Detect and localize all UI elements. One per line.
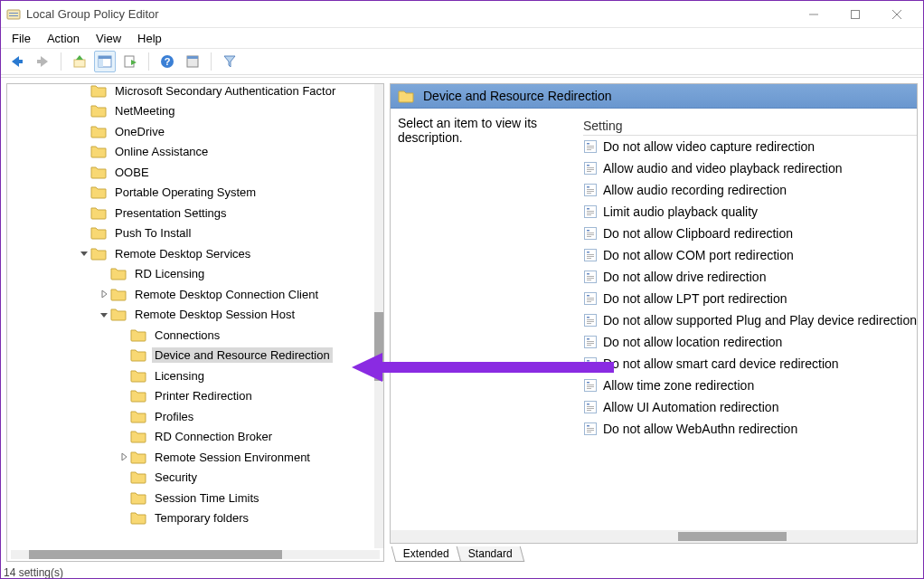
tree-item[interactable]: OneDrive	[7, 121, 374, 142]
svg-rect-85	[587, 386, 594, 387]
menu-view[interactable]: View	[96, 32, 121, 45]
minimize-button[interactable]	[793, 2, 834, 27]
show-hide-tree-button[interactable]	[94, 51, 116, 72]
setting-item[interactable]: Do not allow location redirection	[583, 331, 917, 353]
policy-tree[interactable]: Microsoft Secondary Authentication Facto…	[7, 83, 374, 548]
svg-rect-4	[852, 10, 860, 18]
tree-item[interactable]: Device and Resource Redirection	[7, 346, 374, 366]
svg-rect-28	[587, 143, 589, 145]
tree-item-label: Session Time Limits	[152, 490, 262, 506]
svg-rect-64	[587, 298, 594, 299]
setting-label: Do not allow drive redirection	[603, 270, 767, 284]
svg-rect-30	[587, 147, 594, 148]
tree-item[interactable]: RD Connection Broker	[7, 427, 374, 448]
svg-marker-26	[122, 453, 127, 460]
menu-bar: File Action View Help	[1, 28, 923, 48]
tree-item[interactable]: Online Assistance	[7, 142, 374, 163]
details-hscrollbar[interactable]	[391, 530, 917, 543]
scroll-thumb[interactable]	[374, 312, 383, 381]
tab-standard[interactable]: Standard	[456, 546, 523, 562]
svg-rect-41	[587, 193, 591, 194]
svg-rect-70	[587, 321, 594, 322]
setting-item[interactable]: Do not allow smart card device redirecti…	[583, 353, 917, 375]
tree-item[interactable]: Microsoft Secondary Authentication Facto…	[7, 83, 374, 101]
tree-item[interactable]: Presentation Settings	[7, 203, 374, 223]
svg-rect-68	[587, 317, 589, 318]
tree-item[interactable]: Security	[7, 468, 374, 489]
tree-item[interactable]: NetMeeting	[7, 101, 374, 122]
tree-item[interactable]: Portable Operating System	[7, 183, 374, 204]
setting-label: Do not allow video capture redirection	[603, 139, 815, 154]
svg-rect-39	[587, 189, 594, 190]
view-tabs: Extended Standard	[390, 544, 918, 562]
tree-item[interactable]: Remote Desktop Connection Client	[7, 284, 374, 305]
menu-file[interactable]: File	[12, 32, 31, 45]
tree-item[interactable]: OOBE	[7, 162, 374, 183]
setting-item[interactable]: Do not allow LPT port redirection	[583, 288, 917, 309]
svg-rect-15	[99, 56, 111, 59]
setting-label: Allow time zone redirection	[603, 378, 754, 393]
scroll-thumb[interactable]	[29, 550, 282, 559]
svg-rect-79	[587, 363, 594, 364]
menu-action[interactable]: Action	[47, 32, 80, 45]
setting-item[interactable]: Allow UI Automation redirection	[583, 396, 917, 418]
menu-help[interactable]: Help	[137, 32, 162, 45]
setting-label: Do not allow COM port redirection	[603, 248, 794, 262]
setting-item[interactable]: Do not allow COM port redirection	[583, 244, 917, 266]
setting-label: Do not allow Clipboard redirection	[603, 226, 793, 241]
status-bar: 14 setting(s)	[2, 566, 63, 578]
description-text: Select an item to view its description.	[398, 116, 583, 530]
toolbar-divider	[148, 52, 149, 71]
setting-label: Allow audio and video playback redirecti…	[603, 161, 843, 176]
back-button[interactable]	[6, 51, 28, 72]
up-button[interactable]	[69, 51, 90, 72]
maximize-button[interactable]	[834, 2, 876, 27]
svg-rect-8	[18, 60, 23, 63]
svg-rect-75	[587, 343, 594, 344]
tree-item[interactable]: Profiles	[7, 406, 374, 427]
tree-item-label: Presentation Settings	[112, 205, 230, 221]
setting-item[interactable]: Allow audio recording redirection	[583, 179, 917, 201]
tree-item-label: Licensing	[152, 368, 207, 384]
settings-header[interactable]: Setting	[583, 116, 917, 136]
properties-button[interactable]	[182, 51, 203, 72]
tree-item-label: Remote Desktop Services	[112, 246, 253, 261]
tree-item[interactable]: Printer Redirection	[7, 386, 374, 407]
tree-item[interactable]: Push To Install	[7, 223, 374, 244]
close-button[interactable]	[876, 2, 918, 27]
setting-item[interactable]: Do not allow supported Plug and Play dev…	[583, 309, 917, 331]
tree-item[interactable]: Connections	[7, 325, 374, 346]
tree-item[interactable]: Remote Desktop Services	[7, 243, 374, 264]
tree-item-label: NetMeeting	[112, 103, 177, 119]
setting-item[interactable]: Allow audio and video playback redirecti…	[583, 157, 917, 179]
svg-rect-60	[587, 278, 594, 279]
setting-item[interactable]: Do not allow drive redirection	[583, 266, 917, 288]
details-header: Device and Resource Redirection	[391, 84, 917, 109]
tree-item[interactable]: Licensing	[7, 365, 374, 386]
tree-vscrollbar[interactable]	[374, 84, 383, 548]
svg-rect-2	[9, 15, 18, 16]
tree-item[interactable]: Temporary folders	[7, 508, 374, 529]
scroll-thumb[interactable]	[678, 532, 787, 541]
tree-item[interactable]: RD Licensing	[7, 264, 374, 285]
svg-rect-69	[587, 319, 594, 320]
setting-item[interactable]: Limit audio playback quality	[583, 201, 917, 223]
setting-item[interactable]: Do not allow Clipboard redirection	[583, 223, 917, 244]
svg-rect-63	[587, 295, 589, 297]
setting-item[interactable]: Do not allow video capture redirection	[583, 136, 917, 157]
app-icon	[6, 7, 21, 22]
svg-rect-86	[587, 388, 591, 389]
export-list-button[interactable]	[119, 51, 141, 72]
help-button[interactable]: ?	[156, 51, 178, 72]
setting-item[interactable]: Do not allow WebAuthn redirection	[583, 418, 917, 440]
tree-hscrollbar[interactable]	[11, 550, 380, 559]
filter-button[interactable]	[219, 51, 240, 72]
svg-rect-74	[587, 341, 594, 342]
tab-extended[interactable]: Extended	[391, 546, 461, 562]
tree-item[interactable]: Session Time Limits	[7, 488, 374, 508]
tree-item[interactable]: Remote Session Environment	[7, 447, 374, 468]
setting-item[interactable]: Allow time zone redirection	[583, 375, 917, 396]
tree-item[interactable]: Remote Desktop Session Host	[7, 305, 374, 326]
tree-item-label: Printer Redirection	[152, 388, 255, 403]
forward-button[interactable]	[32, 51, 53, 72]
